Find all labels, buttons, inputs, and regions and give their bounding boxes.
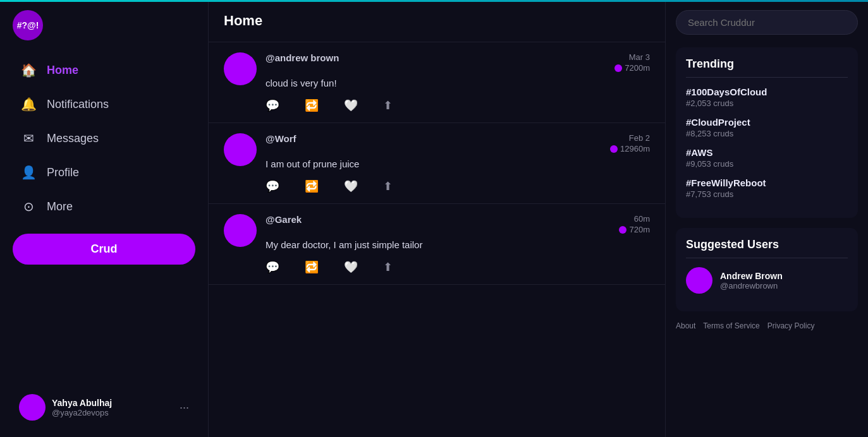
post-header-1: @andrew brown Mar 3 7200m	[266, 52, 650, 73]
trend-count-3: #9,053 cruds	[686, 159, 848, 169]
user-avatar	[19, 394, 46, 421]
trend-count-1: #2,053 cruds	[686, 99, 848, 108]
post-3: @Garek 60m 720m My dear doctor, I am jus…	[209, 204, 665, 285]
sidebar-item-profile[interactable]: 👤 Profile	[13, 155, 195, 189]
post-content-1: @andrew brown Mar 3 7200m cloud is very …	[266, 52, 650, 112]
footer-link-privacy[interactable]: Privacy Policy	[767, 321, 815, 330]
trend-tag-2[interactable]: #CloudProject	[686, 117, 848, 128]
comment-button-3[interactable]: 💬	[266, 260, 279, 274]
feed-title: Home	[209, 0, 665, 42]
trend-item-4: #FreeWillyReboot #7,753 cruds	[686, 177, 848, 199]
home-icon: 🏠	[20, 62, 37, 78]
reach-dot-1	[614, 64, 622, 72]
like-button-2[interactable]: 🤍	[344, 179, 358, 193]
share-button-1[interactable]: ⬆	[383, 99, 393, 112]
post-reach-1: 7200m	[614, 63, 650, 73]
reach-dot-3	[619, 226, 627, 234]
sidebar-item-home[interactable]: 🏠 Home	[13, 53, 195, 87]
post-reach-3: 720m	[619, 225, 650, 234]
post-text-2: I am out of prune juice	[266, 157, 650, 171]
suggested-handle-1: @andrewbrown	[720, 281, 783, 290]
user-name: Yahya Abulhaj	[52, 398, 173, 408]
repost-button-1[interactable]: 🔁	[305, 99, 319, 112]
post-meta-1: Mar 3 7200m	[614, 52, 650, 73]
suggested-user-info-1: Andrew Brown @andrewbrown	[720, 271, 783, 290]
post-meta-2: Feb 2 12960m	[610, 133, 650, 153]
user-info: Yahya Abulhaj @yaya2devops	[52, 398, 173, 417]
trending-title: Trending	[686, 57, 848, 78]
post-header-2: @Worf Feb 2 12960m	[266, 133, 650, 153]
suggested-users-section: Suggested Users Andrew Brown @andrewbrow…	[676, 228, 858, 311]
trending-section: Trending #100DaysOfCloud #2,053 cruds #C…	[676, 47, 858, 218]
post-1: @andrew brown Mar 3 7200m cloud is very …	[209, 42, 665, 123]
suggested-avatar-1	[686, 267, 712, 294]
suggested-user-1[interactable]: Andrew Brown @andrewbrown	[686, 267, 848, 294]
post-date-3: 60m	[634, 214, 650, 224]
suggested-name-1: Andrew Brown	[720, 271, 783, 281]
trend-tag-3[interactable]: #AWS	[686, 147, 848, 158]
repost-button-2[interactable]: 🔁	[305, 179, 319, 193]
post-actions-1: 💬 🔁 🤍 ⬆	[266, 99, 650, 112]
trend-item-3: #AWS #9,053 cruds	[686, 147, 848, 169]
post-author-3: @Garek	[266, 214, 302, 225]
post-date-1: Mar 3	[629, 52, 650, 62]
crud-button[interactable]: Crud	[13, 234, 195, 265]
trend-tag-1[interactable]: #100DaysOfCloud	[686, 87, 848, 97]
post-actions-3: 💬 🔁 🤍 ⬆	[266, 260, 650, 274]
trend-item-2: #CloudProject #8,253 cruds	[686, 117, 848, 138]
user-profile-footer[interactable]: Yahya Abulhaj @yaya2devops ···	[13, 388, 195, 427]
main-feed: Home @andrew brown Mar 3 7200m cloud is …	[209, 0, 666, 437]
post-text-3: My dear doctor, I am just simple tailor	[266, 238, 650, 251]
trend-item-1: #100DaysOfCloud #2,053 cruds	[686, 87, 848, 108]
sidebar-item-notifications[interactable]: 🔔 Notifications	[13, 87, 195, 121]
sidebar: #?@! 🏠 Home 🔔 Notifications ✉ Messages 👤…	[0, 0, 209, 437]
post-header-3: @Garek 60m 720m	[266, 214, 650, 234]
sidebar-item-messages[interactable]: ✉ Messages	[13, 121, 195, 155]
post-author-2: @Worf	[266, 133, 296, 144]
logo[interactable]: #?@!	[13, 10, 43, 40]
comment-button-1[interactable]: 💬	[266, 99, 279, 112]
reach-dot-2	[610, 145, 618, 153]
person-icon: 👤	[20, 164, 37, 181]
post-content-3: @Garek 60m 720m My dear doctor, I am jus…	[266, 214, 650, 274]
post-reach-2: 12960m	[610, 144, 650, 153]
sidebar-item-more[interactable]: ⊙ More	[13, 189, 195, 224]
more-circle-icon: ⊙	[20, 198, 37, 215]
repost-button-3[interactable]: 🔁	[305, 260, 319, 274]
trend-count-4: #7,753 cruds	[686, 189, 848, 199]
user-more-options[interactable]: ···	[180, 401, 189, 414]
trend-count-2: #8,253 cruds	[686, 129, 848, 138]
post-avatar-3	[224, 214, 257, 247]
post-text-1: cloud is very fun!	[266, 76, 650, 90]
post-avatar-2	[224, 133, 257, 166]
share-button-2[interactable]: ⬆	[383, 179, 393, 193]
post-meta-3: 60m 720m	[619, 214, 650, 234]
post-author-1: @andrew brown	[266, 52, 339, 63]
search-input[interactable]	[676, 10, 858, 35]
comment-button-2[interactable]: 💬	[266, 179, 279, 193]
post-date-2: Feb 2	[629, 133, 650, 143]
mail-icon: ✉	[20, 130, 37, 147]
bell-icon: 🔔	[20, 96, 37, 112]
footer-links: About Terms of Service Privacy Policy	[676, 321, 858, 330]
post-actions-2: 💬 🔁 🤍 ⬆	[266, 179, 650, 193]
like-button-3[interactable]: 🤍	[344, 260, 358, 274]
like-button-1[interactable]: 🤍	[344, 99, 358, 112]
post-avatar-1	[224, 52, 257, 85]
post-content-2: @Worf Feb 2 12960m I am out of prune jui…	[266, 133, 650, 193]
main-nav: 🏠 Home 🔔 Notifications ✉ Messages 👤 Prof…	[13, 53, 195, 224]
right-sidebar: Trending #100DaysOfCloud #2,053 cruds #C…	[666, 0, 868, 437]
share-button-3[interactable]: ⬆	[383, 260, 393, 274]
post-2: @Worf Feb 2 12960m I am out of prune jui…	[209, 123, 665, 204]
footer-link-about[interactable]: About	[676, 321, 695, 330]
footer-link-tos[interactable]: Terms of Service	[703, 321, 759, 330]
suggested-title: Suggested Users	[686, 238, 848, 258]
trend-tag-4[interactable]: #FreeWillyReboot	[686, 177, 848, 188]
user-handle: @yaya2devops	[52, 408, 173, 417]
